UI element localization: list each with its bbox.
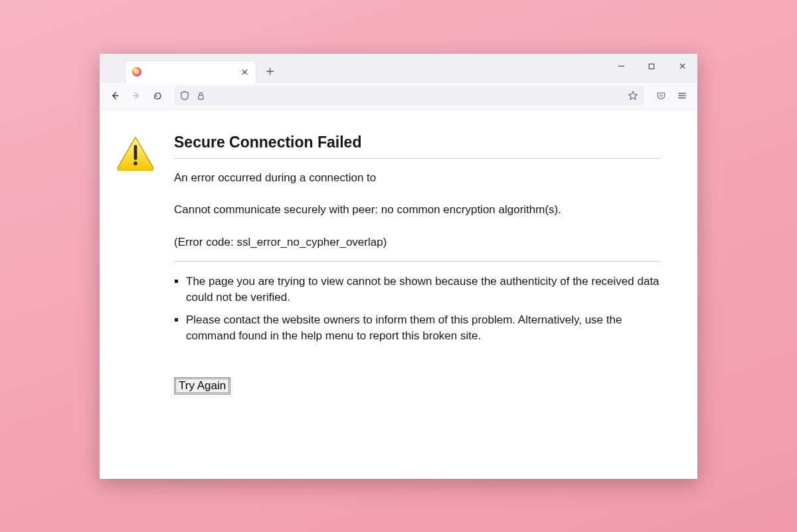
svg-rect-2 [649, 64, 654, 69]
warning-icon [116, 135, 158, 173]
menu-button[interactable] [672, 86, 692, 106]
minimize-button[interactable] [606, 54, 636, 79]
browser-window: Secure Connection Failed An error occurr… [100, 54, 697, 479]
svg-point-1 [134, 69, 139, 74]
svg-rect-3 [198, 95, 203, 99]
reload-button[interactable] [147, 86, 167, 106]
svg-point-4 [133, 161, 137, 165]
error-code-line: (Error code: ssl_error_no_cypher_overlap… [174, 235, 660, 250]
shield-icon [179, 90, 190, 101]
pocket-button[interactable] [651, 86, 671, 106]
lock-icon [195, 90, 206, 101]
error-title: Secure Connection Failed [174, 133, 660, 159]
titlebar [100, 54, 697, 83]
page-content: Secure Connection Failed An error occurr… [100, 110, 697, 479]
divider [174, 261, 660, 262]
close-window-button[interactable] [667, 54, 697, 79]
window-controls [606, 54, 697, 79]
error-bullet: Please contact the website owners to inf… [186, 312, 660, 344]
maximize-button[interactable] [636, 54, 667, 79]
firefox-logo-icon [131, 66, 143, 78]
back-button[interactable] [105, 86, 125, 106]
error-detail-line: Cannot communicate securely with peer: n… [174, 203, 660, 218]
address-bar[interactable] [174, 86, 644, 106]
error-bullets: The page you are trying to view cannot b… [174, 274, 660, 343]
error-connection-line: An error occurred during a connection to [174, 171, 660, 186]
toolbar [100, 83, 697, 110]
bookmark-star-icon[interactable] [627, 90, 639, 102]
error-bullet: The page you are trying to view cannot b… [186, 274, 660, 306]
forward-button[interactable] [126, 86, 146, 106]
tab-close-button[interactable] [238, 66, 250, 78]
try-again-button[interactable]: Try Again [174, 377, 230, 395]
new-tab-button[interactable] [260, 62, 279, 81]
browser-tab[interactable] [125, 60, 256, 83]
